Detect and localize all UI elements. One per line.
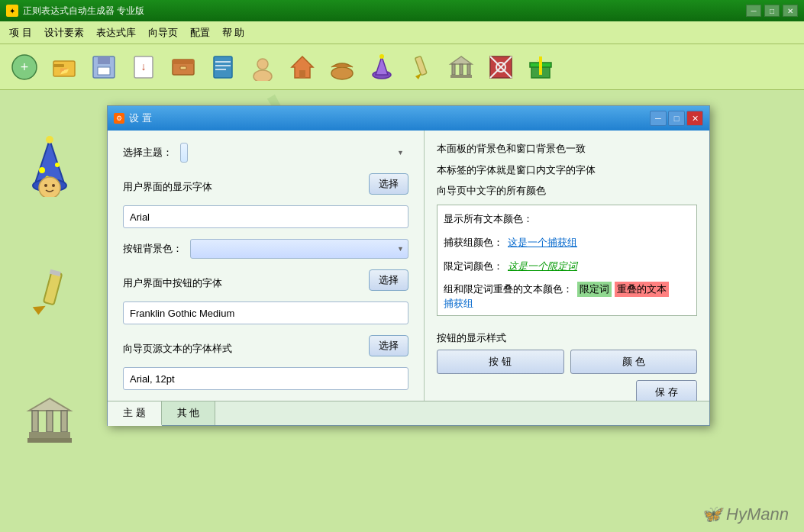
source-font-label: 向导页源文本的字体样式	[123, 342, 232, 356]
dialog-close-btn[interactable]: ✕	[686, 111, 703, 126]
svg-rect-54	[61, 411, 67, 432]
dialog-title-bar: ⚙ 设 置 ─ □ ✕	[108, 106, 709, 131]
svg-point-42	[39, 167, 45, 173]
menu-item-library[interactable]: 表达式库	[90, 23, 142, 43]
svg-point-47	[52, 184, 55, 187]
svg-rect-15	[215, 65, 231, 66]
menu-item-help[interactable]: 帮 助	[216, 23, 251, 43]
font-display-choose-btn[interactable]: 选择	[369, 173, 408, 195]
svg-rect-11	[173, 60, 194, 64]
minimize-btn[interactable]: ─	[746, 5, 761, 17]
dialog-maximize-btn[interactable]: □	[668, 111, 685, 126]
svg-point-41	[46, 136, 53, 143]
svg-rect-38	[539, 56, 542, 75]
tab-other[interactable]: 其 他	[162, 401, 216, 425]
maximize-btn[interactable]: □	[764, 5, 780, 17]
menu-bar: 项 目 设计要素 表达式库 向导页 配置 帮 助	[0, 21, 804, 44]
font-display-input[interactable]	[123, 205, 408, 228]
demo-btn-row: 按 钮 颜 色	[437, 350, 697, 374]
overlap-red-text: 重叠的文本	[615, 282, 669, 297]
theme-label: 选择主题：	[123, 146, 173, 160]
toolbar-new[interactable]: +	[6, 49, 43, 85]
toolbar-target[interactable]	[483, 49, 519, 85]
overlap-blue-text: 捕获组	[444, 297, 473, 311]
settings-dialog: ⚙ 设 置 ─ □ ✕ 选择主题：	[107, 105, 710, 426]
demo-btn-1[interactable]: 按 钮	[437, 350, 564, 374]
toolbar-pencil[interactable]	[403, 49, 440, 85]
right-line2: 本标签的字体就是窗口内文字的字体	[437, 163, 697, 178]
color-demo-area[interactable]: 显示所有文本颜色： 捕获组颜色： 这是一个捕获组 限定词颜色： 这是一个限定词 …	[437, 205, 697, 316]
svg-rect-7	[98, 67, 110, 75]
btn-display-label: 按钮的显示样式	[437, 331, 697, 345]
limit-word-label: 限定词颜色：	[444, 257, 503, 275]
dialog-minimize-btn[interactable]: ─	[650, 111, 667, 126]
app-icon: ✦	[6, 5, 18, 17]
hymmann-logo: 🦋 HyMann	[701, 505, 789, 524]
svg-point-45	[39, 177, 60, 197]
menu-item-design[interactable]: 设计要素	[38, 23, 90, 43]
close-btn[interactable]: ✕	[783, 5, 798, 17]
right-line1: 本面板的背景色和窗口背景色一致	[437, 141, 697, 156]
toolbar-wizard[interactable]	[363, 49, 400, 85]
toolbar-gift[interactable]	[522, 49, 559, 85]
menu-item-project[interactable]: 项 目	[3, 23, 38, 43]
svg-text:📂: 📂	[60, 66, 69, 76]
toolbar-home[interactable]	[284, 49, 321, 85]
svg-rect-53	[47, 411, 53, 432]
tab-theme[interactable]: 主 题	[108, 401, 162, 426]
button-bg-select-wrapper	[190, 239, 408, 259]
button-font-choose-btn[interactable]: 选择	[369, 269, 408, 291]
svg-rect-31	[450, 75, 472, 78]
svg-point-18	[253, 70, 272, 81]
button-font-label: 用户界面中按钮的字体	[123, 276, 222, 290]
svg-text:↓: ↓	[141, 60, 147, 73]
side-pencil-icon	[23, 266, 76, 319]
menu-item-config[interactable]: 配置	[184, 23, 216, 43]
svg-marker-27	[450, 56, 472, 64]
button-bg-label: 按钮背景色：	[123, 242, 182, 256]
title-controls: ─ □ ✕	[746, 5, 798, 17]
toolbar-archive[interactable]	[165, 49, 202, 85]
capture-group-text: 这是一个捕获组	[508, 234, 577, 251]
limit-word-text: 这是一个限定词	[508, 257, 577, 275]
source-font-choose-btn[interactable]: 选择	[369, 335, 408, 356]
svg-rect-13	[214, 56, 232, 78]
toolbar-bank[interactable]	[443, 49, 479, 85]
right-line3: 向导页中文字的所有颜色	[437, 183, 697, 198]
overlap-green-text: 限定词	[577, 282, 612, 297]
save-btn[interactable]: 保 存	[636, 380, 697, 401]
dialog-icon: ⚙	[114, 113, 124, 124]
source-font-row: 向导页源文本的字体样式 选择	[123, 335, 408, 363]
menu-item-wizard[interactable]: 向导页	[142, 23, 184, 43]
button-bg-select[interactable]	[190, 239, 408, 259]
svg-rect-6	[98, 56, 110, 64]
toolbar-basket[interactable]	[324, 49, 360, 85]
svg-rect-20	[299, 70, 305, 78]
dialog-body: 选择主题： 用户界面的显示字体 选择 按钮背景色：	[108, 131, 709, 401]
toolbar-book[interactable]	[205, 49, 241, 85]
font-display-row: 用户界面的显示字体 选择	[123, 173, 408, 201]
svg-marker-23	[376, 56, 388, 75]
svg-rect-28	[452, 64, 455, 75]
btn-display-section: 按钮的显示样式 按 钮 颜 色 保 存	[437, 331, 697, 401]
button-font-input[interactable]	[123, 301, 408, 324]
svg-marker-49	[31, 303, 46, 317]
svg-marker-26	[415, 73, 421, 79]
svg-point-46	[44, 184, 47, 187]
svg-rect-12	[180, 66, 186, 69]
limit-word-row: 限定词颜色： 这是一个限定词	[444, 257, 690, 275]
theme-row: 选择主题：	[123, 143, 408, 163]
side-wizard-icon	[23, 136, 76, 197]
svg-point-43	[55, 163, 60, 167]
toolbar-export[interactable]: ↓	[125, 49, 162, 85]
theme-select[interactable]	[180, 143, 188, 163]
dialog-right-panel: 本面板的背景色和窗口背景色一致 本标签的字体就是窗口内文字的字体 向导页中文字的…	[425, 131, 709, 401]
main-area: 正则	[0, 90, 804, 532]
toolbar-save[interactable]	[86, 49, 122, 85]
svg-rect-29	[460, 64, 463, 75]
source-font-input[interactable]	[123, 367, 408, 390]
svg-marker-51	[29, 398, 70, 411]
toolbar-person[interactable]	[244, 49, 281, 85]
toolbar-open[interactable]: 📂	[46, 49, 82, 85]
demo-btn-2[interactable]: 颜 色	[570, 350, 698, 374]
